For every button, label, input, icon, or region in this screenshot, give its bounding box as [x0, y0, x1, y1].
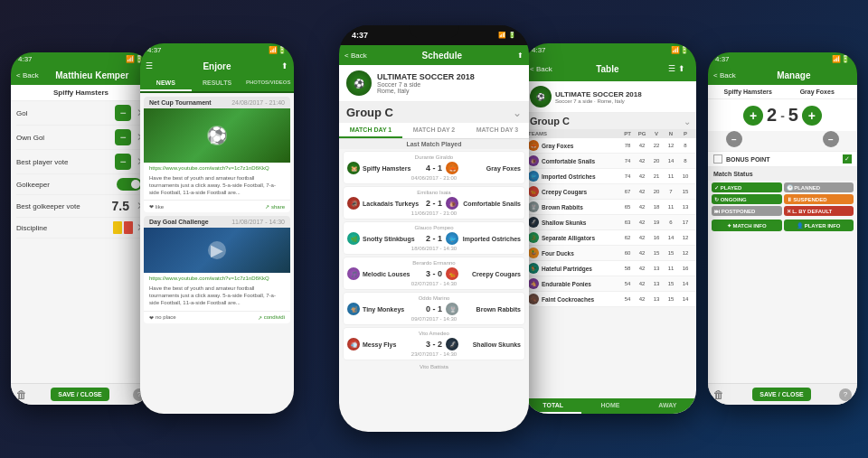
tab-matchday1[interactable]: MATCH DAY 1 [339, 123, 402, 138]
stat-p-10: 14 [678, 281, 693, 286]
table-row-8[interactable]: 🦆 Four Ducks 60 42 15 15 12 [524, 246, 696, 261]
match-5-home-logo: 🐒 [347, 303, 360, 315]
stat-n-10: 15 [664, 281, 678, 286]
phone3-group-chevron[interactable]: ⌄ [513, 107, 522, 119]
phone4-list-icon[interactable]: ☰ [668, 64, 675, 73]
phone1-back-btn[interactable]: < Back [16, 71, 39, 79]
phone4-group-chevron[interactable]: ⌄ [684, 117, 691, 126]
phone5-save-btn[interactable]: SAVE / CLOSE [752, 388, 811, 401]
phone1-screen: 4:37 📶🔋 < Back Matthieu Kemper Spiffy Ha… [11, 52, 151, 405]
card1-thumbnail[interactable]: ⚽ ▶ [144, 108, 290, 163]
phone5-match-info-btn[interactable]: ✦ MATCH INFO [712, 220, 782, 231]
phone3-group-header: Group C ⌄ [339, 102, 529, 123]
table-row-10[interactable]: 🐴 Endurable Ponies 54 42 13 15 14 [524, 276, 696, 292]
stat-n-7: 14 [664, 235, 678, 240]
status-lbydefault[interactable]: ✕ L. BY DEFAULT [784, 206, 854, 216]
tab-news[interactable]: NEWS [140, 76, 192, 91]
match-5-teams: 🐒 Tiny Monkeys 0 - 1 🐰 Brown Rabbits [347, 303, 521, 315]
card1-desc: Have the best of youth and amateur footb… [144, 173, 290, 200]
stat-cards-disc [113, 221, 133, 234]
stat-label-bgkv: Best golkeeper vote [16, 202, 108, 210]
phone5-bonus-check-filled[interactable]: ✓ [843, 154, 852, 164]
match-row-3[interactable]: Glauco Pompeo 🌿 Snotty Stinkbugs 2 - 1 🐦… [343, 221, 525, 255]
status-ongoing[interactable]: ↻ ONGOING [712, 194, 782, 204]
table-row-11[interactable]: 🪳 Faint Cockroaches 54 42 13 15 14 [524, 292, 696, 307]
card2-url[interactable]: https://www.youtube.com/watch?v=1c7z1nD6… [144, 273, 290, 284]
phone4-back-btn[interactable]: < Back [530, 65, 552, 73]
phone1-trash-icon[interactable]: 🗑 [16, 388, 27, 401]
match-row-1[interactable]: Durante Giraldo 🐹 Spiffy Hamsters 4 - 1 … [343, 151, 525, 184]
stat-pg-4: 42 [635, 189, 649, 194]
status-played[interactable]: ✓ PLAYED [712, 182, 782, 192]
phone4-time: 4:37 [532, 46, 546, 54]
table-row-7[interactable]: 🐊 Separate Alligators 62 42 16 14 12 [524, 230, 696, 246]
stat-minus-bpv[interactable]: − [115, 154, 131, 170]
match-row-2[interactable]: Emiliano Isaia 🦃 Lackadais Turkeys 2 - 1… [343, 186, 525, 220]
table-row-9[interactable]: 🐓 Hateful Partridges 58 42 13 11 16 [524, 261, 696, 276]
card2-date: 11/08/2017 - 14:30 [231, 219, 285, 225]
phone4-tourney-info: ULTIMATE SOCCER 2018 Soccer 7 a side · R… [555, 90, 691, 104]
card2-like-label: no place [156, 314, 176, 320]
table-row-4[interactable]: 🐆 Creepy Cougars 67 42 20 7 15 [524, 184, 696, 200]
stat-v-3: 21 [649, 173, 664, 179]
phone5-help-icon[interactable]: ? [839, 388, 852, 401]
phone1-stats-list: Gol − ✕ Own Gol − ✕ Best player vote − ✕ [11, 101, 151, 383]
status-suspended[interactable]: ⏸ SUSPENDED [784, 194, 854, 204]
table-row-5[interactable]: 🐰 Brown Rabbits 65 42 18 11 13 [524, 200, 696, 215]
tab-matchday3[interactable]: MATCH DAY 3 [466, 123, 529, 138]
tab-home[interactable]: HOME [581, 398, 638, 414]
stat-row-gk: Golkeeper [16, 174, 146, 195]
phone4-table-header: TEAMS PT PG V N P [524, 129, 696, 138]
table-row-1[interactable]: 🦊 Gray Foxes 78 42 22 12 8 [524, 138, 696, 154]
phone5-player-info-btn[interactable]: 👤 PLAYER INFO [784, 220, 854, 231]
stat-toggle-gk[interactable] [117, 178, 142, 191]
card1-url[interactable]: https://www.youtube.com/watch?v=1c7z1nD6… [144, 163, 290, 173]
phone5-back-btn[interactable]: < Back [713, 71, 736, 79]
stat-pg-2: 42 [635, 158, 649, 164]
stat-minus-gol[interactable]: − [115, 105, 131, 121]
news-card-1: Net Cup Tournament 24/08/2017 - 21:40 ⚽ … [144, 97, 290, 212]
stat-p-2: 8 [678, 158, 693, 164]
phone5-bonus-checkbox[interactable] [713, 154, 722, 164]
phone5-nav: < Back Manage [708, 65, 857, 85]
table-row-3[interactable]: 🐦 Imported Ostriches 74 42 21 11 10 [524, 169, 696, 184]
phone5-minus-btn-1[interactable]: − [726, 131, 742, 147]
phone5-minus-btn-2[interactable]: − [823, 131, 839, 147]
match-5-score: 0 - 1 [425, 304, 443, 313]
match-row-4[interactable]: Berardo Ermanno 🎵 Melodic Louses 3 - 0 🐆… [343, 257, 525, 290]
phone5-bottom-bar: 🗑 SAVE / CLOSE ? [708, 383, 857, 405]
card1-share-btn[interactable]: ↗ share [265, 203, 285, 210]
team-name-ostriches: Imported Ostriches [542, 173, 620, 180]
phone3-share-icon[interactable]: ⬆ [517, 51, 524, 60]
tab-total[interactable]: TOTAL [524, 398, 581, 414]
stat-minus-owngol[interactable]: − [115, 129, 131, 145]
phone2-menu-icon[interactable]: ☰ [146, 61, 153, 70]
phone5-trash-icon[interactable]: 🗑 [713, 388, 724, 401]
tab-away[interactable]: AWAY [639, 398, 696, 414]
card2-thumbnail[interactable]: ▶ [144, 228, 290, 273]
card2-share-btn[interactable]: ↗ condividi [258, 314, 285, 321]
status-planned[interactable]: 🕐 PLANNED [784, 182, 854, 192]
tab-matchday2[interactable]: MATCH DAY 2 [402, 123, 466, 138]
tab-photos[interactable]: PHOTOS/VIDEOS [242, 76, 294, 91]
tab-results[interactable]: RESULTS [192, 76, 243, 91]
phone1-save-btn[interactable]: SAVE / CLOSE [51, 388, 109, 401]
phone5-plus-btn-2[interactable]: + [802, 106, 822, 126]
table-row-2[interactable]: 🐌 Comfortable Snails 74 42 20 14 8 [524, 154, 696, 169]
phone3-back-btn[interactable]: < Back [344, 51, 367, 60]
phone2-share-icon[interactable]: ⬆ [281, 61, 288, 70]
card1-like-btn[interactable]: ❤ like [149, 203, 164, 210]
match-4-score: 3 - 0 [425, 269, 443, 278]
status-postponed[interactable]: ⏭ POSTPONED [712, 206, 782, 216]
toggle-knob-gk [131, 180, 140, 189]
phone4-share-icon[interactable]: ⬆ [678, 64, 685, 73]
stat-pg-8: 42 [635, 250, 649, 256]
team-name-grayfox: Gray Foxes [542, 143, 620, 149]
match-row-6[interactable]: Vito Amedeo 💨 Messy Flys 3 - 2 🦨 Shallow… [343, 327, 525, 360]
stat-row-owngol: Own Gol − ✕ [16, 126, 146, 150]
stat-label-disc: Discipline [16, 224, 113, 232]
match-row-5[interactable]: Oddo Marino 🐒 Tiny Monkeys 0 - 1 🐰 Brown… [343, 292, 525, 325]
table-row-6[interactable]: 🦨 Shallow Skunks 63 42 19 6 17 [524, 215, 696, 230]
card2-like-btn[interactable]: ❤ no place [149, 314, 176, 321]
phone5-plus-btn-1[interactable]: + [743, 106, 763, 126]
